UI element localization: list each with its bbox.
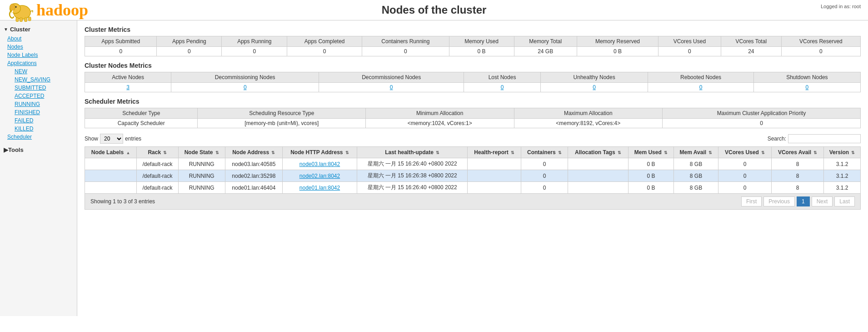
val-rebooted-nodes[interactable]: 0 bbox=[648, 83, 753, 92]
cell-alloc-tags bbox=[568, 170, 629, 182]
cluster-metrics-title: Cluster Metrics bbox=[85, 26, 861, 33]
sort-mem-avail-icon: ⇅ bbox=[708, 151, 712, 155]
cell-http-address[interactable]: node01.lan:8042 bbox=[282, 182, 357, 194]
th-vcores-used[interactable]: VCores Used ⇅ bbox=[718, 147, 772, 158]
cell-mem-avail: 8 GB bbox=[673, 182, 718, 194]
cell-vcores-used: 0 bbox=[718, 182, 772, 194]
pagination-last[interactable]: Last bbox=[834, 196, 855, 206]
sidebar-item-new[interactable]: NEW bbox=[11, 67, 77, 75]
cell-node-labels bbox=[85, 170, 137, 182]
svg-point-3 bbox=[15, 6, 16, 7]
cell-node-labels bbox=[85, 158, 137, 170]
showing-text: Showing 1 to 3 of 3 entries bbox=[90, 198, 155, 205]
cell-http-address[interactable]: node03.lan:8042 bbox=[282, 158, 357, 170]
cluster-section: ▼ Cluster About Nodes Node Labels Applic… bbox=[0, 24, 77, 141]
col-rebooted-nodes: Rebooted Nodes bbox=[648, 72, 753, 83]
pagination-first[interactable]: First bbox=[741, 196, 762, 206]
tools-arrow-icon: ▶ bbox=[4, 146, 8, 153]
val-shutdown-nodes[interactable]: 0 bbox=[753, 83, 860, 92]
col-apps-running: Apps Running bbox=[222, 36, 287, 47]
logo[interactable]: hadoop bbox=[7, 0, 88, 23]
val-maximum-allocation: <memory:8192, vCores:4> bbox=[514, 119, 663, 128]
col-minimum-allocation: Minimum Allocation bbox=[366, 108, 514, 119]
cluster-nodes-metrics-title: Cluster Nodes Metrics bbox=[85, 62, 861, 69]
cell-http-address[interactable]: node02.lan:8042 bbox=[282, 170, 357, 182]
sidebar-item-accepted[interactable]: ACCEPTED bbox=[11, 92, 77, 100]
val-unhealthy-nodes[interactable]: 0 bbox=[540, 83, 648, 92]
sidebar-item-scheduler[interactable]: Scheduler bbox=[0, 133, 77, 141]
sort-rack-icon: ⇅ bbox=[163, 151, 167, 155]
val-decommissioned-nodes[interactable]: 0 bbox=[319, 83, 464, 92]
sidebar-item-finished[interactable]: FINISHED bbox=[11, 108, 77, 116]
cell-vcores-avail: 8 bbox=[772, 170, 824, 182]
cell-mem-avail: 8 GB bbox=[673, 170, 718, 182]
th-mem-used[interactable]: Mem Used ⇅ bbox=[628, 147, 673, 158]
th-rack[interactable]: Rack ⇅ bbox=[137, 147, 178, 158]
th-node-http-address[interactable]: Node HTTP Address ⇅ bbox=[282, 147, 357, 158]
main-content: Cluster Metrics Apps Submitted Apps Pend… bbox=[77, 20, 868, 316]
search-box: Search: bbox=[768, 134, 861, 143]
cluster-label: Cluster bbox=[10, 26, 30, 33]
col-containers-running: Containers Running bbox=[362, 36, 449, 47]
svg-rect-7 bbox=[28, 17, 31, 20]
cell-containers: 0 bbox=[521, 182, 568, 194]
tools-section-header[interactable]: ▶ Tools bbox=[0, 145, 77, 155]
sidebar-item-running[interactable]: RUNNING bbox=[11, 100, 77, 108]
sidebar-item-about[interactable]: About bbox=[0, 35, 77, 43]
col-memory-total: Memory Total bbox=[514, 36, 577, 47]
cell-rack: /default-rack bbox=[137, 158, 178, 170]
val-lost-nodes[interactable]: 0 bbox=[464, 83, 541, 92]
cluster-section-header[interactable]: ▼ Cluster bbox=[0, 24, 77, 35]
th-allocation-tags[interactable]: Allocation Tags ⇅ bbox=[568, 147, 629, 158]
col-maximum-allocation: Maximum Allocation bbox=[514, 108, 663, 119]
th-node-state[interactable]: Node State ⇅ bbox=[178, 147, 225, 158]
val-apps-completed: 0 bbox=[287, 47, 362, 56]
val-decommissioning-nodes[interactable]: 0 bbox=[171, 83, 319, 92]
sidebar-item-node-labels[interactable]: Node Labels bbox=[0, 51, 77, 59]
th-node-labels[interactable]: Node Labels ▲ bbox=[85, 147, 137, 158]
th-last-health-update[interactable]: Last health-update ⇅ bbox=[357, 147, 468, 158]
th-node-address[interactable]: Node Address ⇅ bbox=[225, 147, 282, 158]
pagination-previous[interactable]: Previous bbox=[763, 196, 795, 206]
th-containers[interactable]: Containers ⇅ bbox=[521, 147, 568, 158]
sort-http-icon: ⇅ bbox=[345, 151, 349, 155]
pagination-next[interactable]: Next bbox=[812, 196, 833, 206]
val-active-nodes[interactable]: 3 bbox=[85, 83, 171, 92]
scheduler-metrics-table: Scheduler Type Scheduling Resource Type … bbox=[85, 108, 861, 128]
th-health-report[interactable]: Health-report ⇅ bbox=[468, 147, 521, 158]
search-input[interactable] bbox=[788, 134, 861, 143]
cell-containers: 0 bbox=[521, 170, 568, 182]
th-mem-avail[interactable]: Mem Avail ⇅ bbox=[673, 147, 718, 158]
main-layout: ▼ Cluster About Nodes Node Labels Applic… bbox=[0, 20, 868, 316]
col-apps-completed: Apps Completed bbox=[287, 36, 362, 47]
pagination-1[interactable]: 1 bbox=[797, 196, 810, 206]
entries-label: entries bbox=[125, 136, 141, 142]
cell-version: 3.1.2 bbox=[824, 170, 861, 182]
entries-select[interactable]: 20 50 100 bbox=[100, 134, 123, 144]
cell-mem-used: 0 B bbox=[628, 170, 673, 182]
sidebar-item-submitted[interactable]: SUBMITTED bbox=[11, 84, 77, 92]
show-label: Show bbox=[85, 136, 98, 142]
sidebar-item-new-saving[interactable]: NEW_SAVING bbox=[11, 75, 77, 84]
th-vcores-avail[interactable]: VCores Avail ⇅ bbox=[772, 147, 824, 158]
cell-containers: 0 bbox=[521, 158, 568, 170]
col-vcores-used: VCores Used bbox=[658, 36, 721, 47]
cell-health-report bbox=[468, 170, 521, 182]
sort-address-icon: ⇅ bbox=[271, 151, 275, 155]
cell-vcores-avail: 8 bbox=[772, 158, 824, 170]
val-apps-running: 0 bbox=[222, 47, 287, 56]
sidebar-item-nodes[interactable]: Nodes bbox=[0, 43, 77, 51]
sort-mem-used-icon: ⇅ bbox=[664, 151, 668, 155]
sidebar-item-applications[interactable]: Applications bbox=[0, 59, 77, 67]
sidebar-item-killed[interactable]: KILLED bbox=[11, 125, 77, 133]
cell-address: node01.lan:46404 bbox=[225, 182, 282, 194]
sort-health-update-icon: ⇅ bbox=[436, 151, 439, 155]
sidebar-item-failed[interactable]: FAILED bbox=[11, 116, 77, 125]
cell-last-health: 星期六 一月 15 16:26:40 +0800 2022 bbox=[357, 182, 468, 194]
cell-version: 3.1.2 bbox=[824, 182, 861, 194]
col-shutdown-nodes: Shutdown Nodes bbox=[753, 72, 860, 83]
th-version[interactable]: Version ⇅ bbox=[824, 147, 861, 158]
col-scheduling-resource-type: Scheduling Resource Type bbox=[198, 108, 366, 119]
cell-version: 3.1.2 bbox=[824, 158, 861, 170]
cell-health-report bbox=[468, 182, 521, 194]
